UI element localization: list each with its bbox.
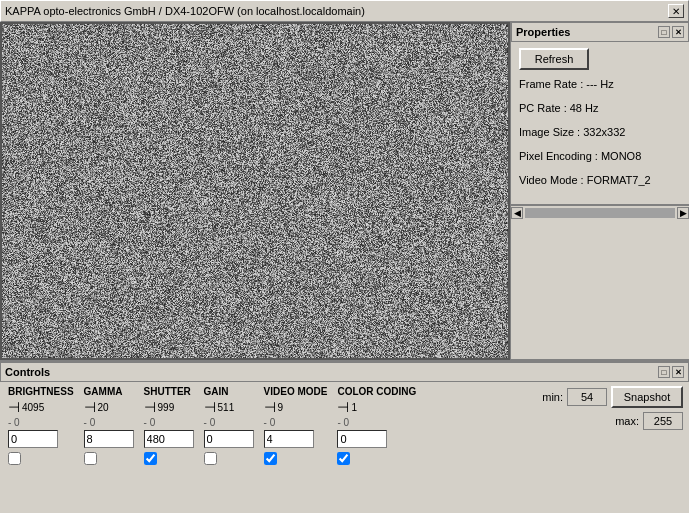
pc-rate-row: PC Rate : 48 Hz (519, 102, 681, 114)
control-group-gain: GAIN ⊣ 511 - 0 (204, 386, 254, 465)
image-size-label: Image Size : 332x332 (519, 126, 625, 138)
checkbox-shutter[interactable] (144, 452, 157, 465)
properties-header-icons: □ ✕ (658, 26, 684, 38)
controls-panel: Controls □ ✕ BRIGHTNESS ⊣ 4095 - 0 GAMMA… (0, 360, 689, 513)
controls-title: Controls (5, 366, 50, 378)
input-gamma[interactable] (84, 430, 134, 448)
slider-icon-colorcoding: ⊣ (337, 399, 349, 415)
properties-header: Properties □ ✕ (511, 22, 689, 42)
min-input[interactable] (567, 388, 607, 406)
prop-scrollbar: ◀ ▶ (511, 204, 689, 220)
control-group-gamma: GAMMA ⊣ 20 - 0 (84, 386, 134, 465)
slider-icon-gamma: ⊣ (84, 399, 96, 415)
min-label: min: (542, 391, 563, 403)
max-val-colorcoding: 1 (351, 402, 357, 413)
control-group-shutter: SHUTTER ⊣ 999 - 0 (144, 386, 194, 465)
label-shutter: SHUTTER (144, 386, 191, 397)
min-val-shutter: - 0 (144, 417, 156, 428)
range-row-gamma: ⊣ 20 (84, 399, 109, 415)
checkbox-gain[interactable] (204, 452, 217, 465)
scroll-left-icon[interactable]: ◀ (511, 207, 523, 219)
frame-rate-row: Frame Rate : --- Hz (519, 78, 681, 90)
checkbox-colorcoding[interactable] (337, 452, 350, 465)
properties-content: Refresh Frame Rate : --- Hz PC Rate : 48… (511, 42, 689, 204)
main-area: Properties □ ✕ Refresh Frame Rate : --- … (0, 22, 689, 360)
refresh-button[interactable]: Refresh (519, 48, 589, 70)
range-row-gain: ⊣ 511 (204, 399, 235, 415)
label-gamma: GAMMA (84, 386, 123, 397)
image-size-row: Image Size : 332x332 (519, 126, 681, 138)
label-gain: GAIN (204, 386, 229, 397)
controls-restore-icon[interactable]: □ (658, 366, 670, 378)
input-brightness[interactable] (8, 430, 58, 448)
checkbox-brightness[interactable] (8, 452, 21, 465)
min-val-videomode: - 0 (264, 417, 276, 428)
frame-rate-label: Frame Rate : --- Hz (519, 78, 614, 90)
camera-view (0, 22, 510, 360)
checkbox-gamma[interactable] (84, 452, 97, 465)
controls-close-icon[interactable]: ✕ (672, 366, 684, 378)
slider-icon-videomode: ⊣ (264, 399, 276, 415)
slider-icon-brightness: ⊣ (8, 399, 20, 415)
min-val-colorcoding: - 0 (337, 417, 349, 428)
max-val-videomode: 9 (278, 402, 284, 413)
input-colorcoding[interactable] (337, 430, 387, 448)
slider-icon-gain: ⊣ (204, 399, 216, 415)
window-title: KAPPA opto-electronics GmbH / DX4-102OFW… (5, 5, 365, 17)
max-label: max: (615, 415, 639, 427)
label-brightness: BRIGHTNESS (8, 386, 74, 397)
slider-icon-shutter: ⊣ (144, 399, 156, 415)
properties-close-icon[interactable]: ✕ (672, 26, 684, 38)
label-videomode: VIDEO MODE (264, 386, 328, 397)
title-bar: KAPPA opto-electronics GmbH / DX4-102OFW… (0, 0, 689, 22)
properties-restore-icon[interactable]: □ (658, 26, 670, 38)
range-row-shutter: ⊣ 999 (144, 399, 175, 415)
min-row: min: Snapshot (542, 386, 683, 408)
scroll-right-icon[interactable]: ▶ (677, 207, 689, 219)
min-val-gain: - 0 (204, 417, 216, 428)
scroll-track (525, 208, 675, 218)
max-val-gain: 511 (218, 402, 235, 413)
checkbox-videomode[interactable] (264, 452, 277, 465)
input-shutter[interactable] (144, 430, 194, 448)
control-group-videomode: VIDEO MODE ⊣ 9 - 0 (264, 386, 328, 465)
max-val-brightness: 4095 (22, 402, 44, 413)
control-group-brightness: BRIGHTNESS ⊣ 4095 - 0 (8, 386, 74, 465)
snapshot-button[interactable]: Snapshot (611, 386, 683, 408)
min-val-gamma: - 0 (84, 417, 96, 428)
controls-header-icons: □ ✕ (658, 366, 684, 378)
properties-title: Properties (516, 26, 570, 38)
control-group-colorcoding: COLOR CODING ⊣ 1 - 0 (337, 386, 416, 465)
min-val-brightness: - 0 (8, 417, 20, 428)
max-val-gamma: 20 (98, 402, 109, 413)
max-val-shutter: 999 (158, 402, 175, 413)
video-mode-label: Video Mode : FORMAT7_2 (519, 174, 651, 186)
video-mode-row: Video Mode : FORMAT7_2 (519, 174, 681, 186)
max-input[interactable] (643, 412, 683, 430)
pixel-encoding-label: Pixel Encoding : MONO8 (519, 150, 641, 162)
input-videomode[interactable] (264, 430, 314, 448)
max-row: max: (615, 412, 683, 430)
label-colorcoding: COLOR CODING (337, 386, 416, 397)
close-button[interactable]: ✕ (668, 4, 684, 18)
properties-panel: Properties □ ✕ Refresh Frame Rate : --- … (510, 22, 689, 360)
range-row-brightness: ⊣ 4095 (8, 399, 44, 415)
pc-rate-label: PC Rate : 48 Hz (519, 102, 598, 114)
camera-canvas (2, 24, 508, 358)
pixel-encoding-row: Pixel Encoding : MONO8 (519, 150, 681, 162)
input-gain[interactable] (204, 430, 254, 448)
minmax-snapshot: min: Snapshot max: (542, 386, 683, 430)
range-row-videomode: ⊣ 9 (264, 399, 284, 415)
controls-header: Controls □ ✕ (0, 362, 689, 382)
range-row-colorcoding: ⊣ 1 (337, 399, 357, 415)
